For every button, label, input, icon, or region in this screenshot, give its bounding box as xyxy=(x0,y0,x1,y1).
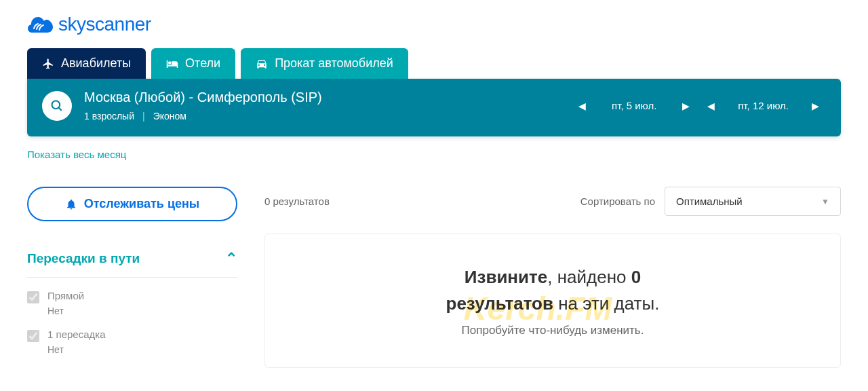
one-stop-checkbox[interactable] xyxy=(27,330,39,342)
one-stop-label: 1 пересадка xyxy=(47,329,106,340)
no-results-hint: Попробуйте что-нибудь изменить. xyxy=(285,324,820,337)
results-count: 0 результатов xyxy=(264,196,330,207)
passenger-count: 1 взрослый xyxy=(84,111,134,122)
depart-date[interactable]: пт, 5 июл. xyxy=(597,100,671,111)
tab-cars[interactable]: Прокат автомобилей xyxy=(241,48,408,79)
product-tabs: Авиабилеты Отели Прокат автомобилей xyxy=(27,48,841,79)
chevron-down-icon: ▼ xyxy=(821,197,829,206)
plane-icon xyxy=(42,58,54,70)
depart-prev-arrow[interactable]: ◀ xyxy=(572,95,593,117)
brand-logo[interactable]: skyscanner xyxy=(27,14,151,35)
cabin-class: Эконом xyxy=(153,111,186,122)
bell-icon xyxy=(65,198,77,210)
return-prev-arrow[interactable]: ◀ xyxy=(701,95,722,117)
sort-select[interactable]: Оптимальный ▼ xyxy=(665,187,841,216)
edit-search-button[interactable] xyxy=(42,91,72,121)
search-icon xyxy=(50,99,64,113)
cloud-icon xyxy=(27,16,54,33)
one-stop-sub: Нет xyxy=(47,344,106,355)
filter-direct: Прямой Нет xyxy=(27,290,237,316)
direct-checkbox[interactable] xyxy=(27,291,39,303)
return-date[interactable]: пт, 12 июл. xyxy=(726,100,801,111)
depart-date-picker: ◀ пт, 5 июл. ▶ xyxy=(572,95,696,117)
car-icon xyxy=(256,58,268,70)
route-text: Москва (Любой) - Симферополь (SIP) xyxy=(84,90,572,105)
stops-filter-toggle[interactable]: Пересадки в пути ⌃ xyxy=(27,250,237,278)
direct-sub: Нет xyxy=(47,305,84,316)
svg-point-0 xyxy=(52,100,60,109)
bed-icon xyxy=(166,58,178,70)
return-date-picker: ◀ пт, 12 июл. ▶ xyxy=(701,95,826,117)
tab-hotels[interactable]: Отели xyxy=(151,48,235,79)
chevron-up-icon: ⌃ xyxy=(225,250,237,267)
return-next-arrow[interactable]: ▶ xyxy=(805,95,826,117)
depart-next-arrow[interactable]: ▶ xyxy=(675,95,696,117)
track-prices-button[interactable]: Отслеживать цены xyxy=(27,187,237,221)
search-summary-bar: Москва (Любой) - Симферополь (SIP) 1 взр… xyxy=(27,79,841,136)
sort-label: Сортировать по xyxy=(580,196,655,207)
svg-line-1 xyxy=(59,107,62,110)
tab-flights[interactable]: Авиабилеты xyxy=(27,48,146,79)
brand-text: skyscanner xyxy=(58,14,151,35)
stops-filter-section: Пересадки в пути ⌃ Прямой Нет 1 пересадк… xyxy=(27,250,237,355)
no-results-card: Kerch.FM Извините, найдено 0 результатов… xyxy=(264,234,841,368)
filter-one-stop: 1 пересадка Нет xyxy=(27,329,237,355)
direct-label: Прямой xyxy=(47,290,84,301)
show-whole-month-link[interactable]: Показать весь месяц xyxy=(27,149,126,160)
